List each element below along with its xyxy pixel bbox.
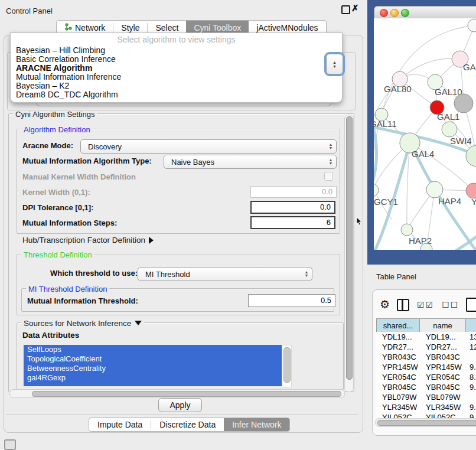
combo-stepper-icon: ▲▼: [325, 158, 336, 165]
dock-panel-icon[interactable]: [4, 439, 16, 450]
float-window-icon[interactable]: [341, 5, 350, 14]
mi-threshold-field[interactable]: 0.5: [248, 294, 335, 307]
node-label: SWI4: [450, 136, 472, 146]
network-node-gcy1[interactable]: [374, 184, 379, 197]
data-attributes-label: Data Attributes: [22, 331, 79, 340]
mouse-cursor: [356, 217, 363, 227]
settings-vscrollbar-thumb[interactable]: [346, 116, 353, 380]
table-cell: 9: [466, 412, 476, 418]
split-columns-icon[interactable]: [397, 299, 409, 311]
table-cell: 13: [466, 332, 476, 342]
dropdown-item[interactable]: Bayesian – Hill Climbing: [11, 46, 342, 55]
close-icon[interactable]: ✗: [351, 3, 359, 14]
table-row[interactable]: YDR27...YDR27...12: [376, 342, 476, 352]
algorithm-combo-stepper[interactable]: ▲▼: [326, 54, 343, 74]
table-cell: YER054C: [376, 372, 420, 382]
network-view[interactable]: GALGAL80GAL10GAL1GAL11SWI4GAL4GCY1HAP4YH…: [374, 18, 476, 250]
algorithm-dropdown: Select algorithm to view settings Bayesi…: [10, 32, 343, 103]
table-row[interactable]: YDL19...YDL19...13: [376, 332, 476, 342]
attribute-item[interactable]: SelfLoops: [24, 345, 282, 354]
gear-icon[interactable]: ⚙: [380, 299, 390, 311]
table-cell: YBR043C: [420, 352, 466, 362]
network-node-swi4[interactable]: [466, 145, 476, 167]
panel-divider: [6, 414, 358, 415]
manual-kernel-checkbox[interactable]: [324, 172, 333, 181]
mac-zoom-icon[interactable]: [401, 9, 409, 17]
mi-steps-field[interactable]: 6: [250, 216, 335, 229]
select-all-checks-icon[interactable]: ☑☑: [417, 300, 434, 309]
algorithm-dropdown-list: Bayesian – Hill ClimbingBasic Correlatio…: [11, 46, 342, 99]
table-row[interactable]: YIL052CYIL052C9: [376, 412, 476, 418]
mi-type-label: Mutual Information Algorithm Type:: [22, 156, 152, 165]
table-cell: YER054C: [420, 372, 466, 382]
network-node[interactable]: [468, 19, 476, 32]
network-edge: [400, 58, 460, 79]
column-header-partial[interactable]: [466, 319, 476, 332]
table-cell: YDR27...: [376, 342, 420, 352]
threshold-definition-title: Threshold Definition: [21, 250, 94, 259]
kernel-width-field[interactable]: 0.0: [250, 186, 337, 198]
hub-definition-toggle[interactable]: Hub/Transcription Factor Definition: [22, 236, 154, 244]
network-node-hap2[interactable]: [401, 224, 413, 236]
dropdown-placeholder: Select algorithm to view settings: [11, 33, 342, 46]
table-cell: [466, 392, 476, 402]
network-icon: [64, 23, 72, 32]
attribute-item[interactable]: BetweennessCentrality: [24, 364, 282, 373]
table-row[interactable]: YER054CYER054C8.: [376, 372, 476, 382]
table-row[interactable]: YPR145WYPR145W9.: [376, 362, 476, 372]
table-row[interactable]: YBL079WYBL079W: [376, 392, 476, 402]
column-header-shared[interactable]: shared...: [376, 319, 420, 332]
table-cell: YDR27...: [420, 342, 466, 352]
settings-hscrollbar-thumb[interactable]: [32, 391, 341, 397]
network-node[interactable]: [454, 94, 473, 113]
attribute-item[interactable]: TopologicalCoefficient: [24, 354, 282, 364]
dropdown-item[interactable]: ARACNE Algorithm: [11, 64, 342, 73]
manual-kernel-label: Manual Kernel Width Definition: [22, 172, 136, 181]
dpi-tolerance-field[interactable]: 0.0: [250, 201, 335, 214]
table-cell: YDL19...: [376, 332, 420, 342]
node-label: Y: [471, 197, 476, 207]
network-window-titlebar[interactable]: [374, 6, 476, 19]
table-row[interactable]: YBR045CYBR045C9.: [376, 382, 476, 392]
tab-discretize-data[interactable]: Discretize Data: [151, 418, 224, 431]
dropdown-item[interactable]: Basic Correlation Inference: [11, 55, 342, 64]
data-attributes-list[interactable]: SelfLoopsTopologicalCoefficientBetweenne…: [24, 345, 282, 386]
sources-title[interactable]: Sources for Network Inference: [21, 319, 144, 328]
table-panel-title: Table Panel: [376, 272, 416, 281]
attributes-scrollbar-thumb[interactable]: [283, 347, 291, 383]
network-node-hap4[interactable]: [426, 181, 443, 198]
table-cell: 9.: [466, 362, 476, 372]
kernel-width-label: Kernel Width (0,1):: [22, 188, 90, 197]
table-cell: YBR043C: [376, 352, 420, 362]
table-header-row: shared... name: [376, 318, 476, 332]
tab-impute-data[interactable]: Impute Data: [89, 418, 151, 431]
column-header-name[interactable]: name: [420, 319, 466, 332]
network-node-gal1[interactable]: [442, 122, 457, 137]
dropdown-item[interactable]: Dream8 DC_TDC Algorithm: [11, 90, 342, 99]
attribute-item[interactable]: gal4RGexp: [24, 373, 282, 383]
table-row[interactable]: YLR345WYLR345W9.: [376, 402, 476, 412]
node-label: GAL80: [384, 84, 412, 94]
mac-close-icon[interactable]: [380, 9, 388, 17]
table-row[interactable]: YBR043CYBR043C: [376, 352, 476, 362]
node-label: HAP4: [438, 196, 461, 206]
table-hscrollbar-thumb[interactable]: [377, 420, 476, 426]
aracne-mode-combo[interactable]: Discovery ▲▼: [80, 139, 337, 154]
table-cell: YIL052C: [376, 412, 420, 418]
dropdown-item[interactable]: Mutual Information Inference: [11, 73, 342, 81]
table-cell: 12: [466, 342, 476, 352]
table-cell: YIL052C: [420, 412, 466, 418]
which-threshold-combo[interactable]: MI Threshold ▲▼: [138, 267, 312, 281]
mac-minimize-icon[interactable]: [390, 9, 399, 17]
apply-button[interactable]: Apply: [158, 398, 202, 412]
dropdown-item[interactable]: Bayesian – K2: [11, 81, 342, 90]
combo-stepper-icon: ▲▼: [325, 143, 336, 150]
tab-infer-network[interactable]: Infer Network: [224, 418, 289, 431]
table-toolbar: ⚙ ☑☑ ☐☐: [373, 295, 476, 315]
clear-checks-icon[interactable]: ☐☐: [442, 300, 459, 309]
table-cell: YPR145W: [420, 362, 466, 372]
table-cell: YBL079W: [376, 392, 420, 402]
node-label: GCY1: [374, 197, 398, 207]
new-table-icon[interactable]: [466, 298, 476, 312]
mi-type-combo[interactable]: Naive Bayes ▲▼: [164, 155, 337, 169]
